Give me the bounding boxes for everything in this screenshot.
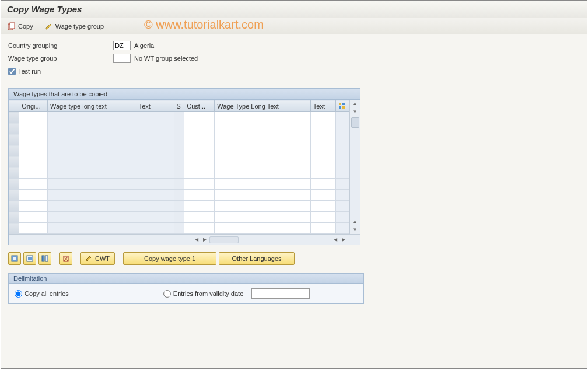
- vertical-scrollbar[interactable]: ▲ ▼ ▲ ▼: [349, 100, 360, 234]
- delete-button[interactable]: [60, 252, 72, 265]
- cell-wagelong1[interactable]: [48, 190, 136, 201]
- cell-wagelong1[interactable]: [48, 112, 136, 123]
- cell-s[interactable]: [174, 167, 184, 179]
- row-selector[interactable]: [9, 167, 19, 179]
- cell-text2[interactable]: [310, 212, 335, 223]
- row-selector[interactable]: [9, 223, 19, 234]
- row-selector[interactable]: [9, 156, 19, 167]
- cell-text2[interactable]: [310, 156, 335, 167]
- cell-s[interactable]: [174, 212, 184, 223]
- cell-text1[interactable]: [136, 190, 174, 201]
- cell-origi[interactable]: [19, 212, 48, 223]
- row-selector[interactable]: [9, 190, 19, 201]
- col-wagelong1[interactable]: Wage type long text: [48, 100, 136, 112]
- hscroll-left-icon[interactable]: ◀: [193, 237, 200, 242]
- copy-all-entries-radio[interactable]: Copy all entries: [15, 290, 69, 298]
- deselect-all-button[interactable]: [23, 252, 36, 265]
- cell-text1[interactable]: [136, 212, 174, 223]
- cell-wagelong1[interactable]: [48, 145, 136, 156]
- row-selector[interactable]: [9, 212, 19, 223]
- cell-origi[interactable]: [19, 223, 48, 234]
- cell-text1[interactable]: [136, 201, 174, 212]
- col-origi[interactable]: Origi...: [19, 100, 48, 112]
- cell-text2[interactable]: [310, 223, 335, 234]
- cell-s[interactable]: [174, 201, 184, 212]
- cwt-button[interactable]: CWT: [80, 252, 115, 265]
- cell-text2[interactable]: [310, 179, 335, 190]
- cell-text1[interactable]: [136, 123, 174, 134]
- row-selector[interactable]: [9, 123, 19, 134]
- row-selector[interactable]: [9, 201, 19, 212]
- cell-origi[interactable]: [19, 179, 48, 190]
- cell-cust[interactable]: [184, 145, 215, 156]
- copy-button[interactable]: Copy: [6, 21, 35, 32]
- cell-origi[interactable]: [19, 112, 48, 123]
- cell-origi[interactable]: [19, 167, 48, 179]
- cell-s[interactable]: [174, 145, 184, 156]
- cell-text1[interactable]: [136, 167, 174, 179]
- cell-wagelong1[interactable]: [48, 167, 136, 179]
- scroll-up-icon[interactable]: ▲: [353, 100, 358, 108]
- cell-wagelong2[interactable]: [215, 134, 311, 145]
- scroll-up-bottom-icon[interactable]: ▲: [353, 218, 358, 226]
- cell-wagelong1[interactable]: [48, 212, 136, 223]
- cell-wagelong2[interactable]: [215, 201, 311, 212]
- entries-from-date-radio[interactable]: Entries from validity date: [163, 290, 243, 298]
- cell-cust[interactable]: [184, 201, 215, 212]
- hscroll-left2-icon[interactable]: ◀: [332, 237, 339, 242]
- cell-s[interactable]: [174, 112, 184, 123]
- cell-cust[interactable]: [184, 179, 215, 190]
- row-selector[interactable]: [9, 112, 19, 123]
- cell-text1[interactable]: [136, 223, 174, 234]
- layout-button[interactable]: [38, 252, 51, 265]
- cell-wagelong1[interactable]: [48, 179, 136, 190]
- col-text2[interactable]: Text: [310, 100, 335, 112]
- cell-s[interactable]: [174, 156, 184, 167]
- test-run-checkbox[interactable]: [8, 68, 16, 75]
- cell-origi[interactable]: [19, 123, 48, 134]
- cell-text2[interactable]: [310, 112, 335, 123]
- cell-wagelong2[interactable]: [215, 190, 311, 201]
- cell-wagelong2[interactable]: [215, 223, 311, 234]
- row-selector[interactable]: [9, 134, 19, 145]
- hscroll-right-icon[interactable]: ▶: [201, 237, 208, 242]
- col-text1[interactable]: Text: [136, 100, 174, 112]
- cell-cust[interactable]: [184, 190, 215, 201]
- cell-wagelong1[interactable]: [48, 201, 136, 212]
- cell-wagelong2[interactable]: [215, 179, 311, 190]
- cell-wagelong1[interactable]: [48, 134, 136, 145]
- cell-text2[interactable]: [310, 145, 335, 156]
- row-selector[interactable]: [9, 145, 19, 156]
- scroll-down-icon[interactable]: ▼: [353, 226, 358, 234]
- cell-origi[interactable]: [19, 190, 48, 201]
- cell-s[interactable]: [174, 134, 184, 145]
- cell-origi[interactable]: [19, 145, 48, 156]
- cell-wagelong2[interactable]: [215, 123, 311, 134]
- cell-text1[interactable]: [136, 134, 174, 145]
- col-cust[interactable]: Cust...: [184, 100, 215, 112]
- country-grouping-input[interactable]: [113, 41, 131, 50]
- cell-text1[interactable]: [136, 179, 174, 190]
- cell-cust[interactable]: [184, 156, 215, 167]
- other-languages-button[interactable]: Other Languages: [219, 252, 295, 265]
- hscroll-right2-icon[interactable]: ▶: [340, 237, 347, 242]
- scroll-thumb[interactable]: [351, 117, 359, 128]
- cell-s[interactable]: [174, 179, 184, 190]
- wage-type-group-input[interactable]: [113, 54, 131, 63]
- hscroll-track[interactable]: [209, 236, 239, 243]
- cell-cust[interactable]: [184, 167, 215, 179]
- cell-wagelong2[interactable]: [215, 112, 311, 123]
- cell-s[interactable]: [174, 223, 184, 234]
- cell-text1[interactable]: [136, 145, 174, 156]
- wage-type-group-button[interactable]: Wage type group: [43, 21, 106, 32]
- copy-all-entries-radio-input[interactable]: [15, 290, 22, 298]
- entries-from-date-radio-input[interactable]: [163, 290, 171, 298]
- cell-text1[interactable]: [136, 156, 174, 167]
- cell-cust[interactable]: [184, 112, 215, 123]
- cell-cust[interactable]: [184, 134, 215, 145]
- cell-text1[interactable]: [136, 112, 174, 123]
- cell-s[interactable]: [174, 190, 184, 201]
- grid-settings-icon[interactable]: [336, 100, 349, 112]
- cell-s[interactable]: [174, 123, 184, 134]
- cell-wagelong1[interactable]: [48, 223, 136, 234]
